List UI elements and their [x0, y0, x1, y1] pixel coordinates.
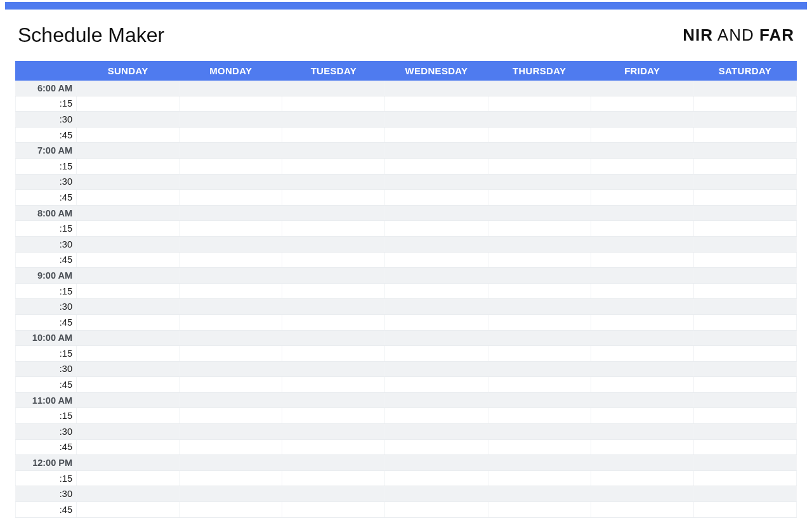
schedule-cell[interactable]	[385, 143, 488, 159]
schedule-cell[interactable]	[282, 314, 385, 330]
schedule-cell[interactable]	[282, 392, 385, 408]
schedule-cell[interactable]	[180, 361, 282, 377]
schedule-cell[interactable]	[385, 377, 488, 393]
schedule-cell[interactable]	[591, 96, 693, 112]
schedule-cell[interactable]	[385, 190, 488, 206]
schedule-cell[interactable]	[77, 408, 180, 424]
schedule-cell[interactable]	[77, 283, 180, 299]
schedule-cell[interactable]	[282, 190, 385, 206]
schedule-cell[interactable]	[385, 439, 488, 455]
schedule-cell[interactable]	[282, 408, 385, 424]
schedule-cell[interactable]	[77, 143, 180, 159]
schedule-cell[interactable]	[693, 112, 796, 128]
schedule-cell[interactable]	[385, 127, 488, 143]
schedule-cell[interactable]	[693, 314, 796, 330]
schedule-cell[interactable]	[180, 127, 282, 143]
schedule-cell[interactable]	[180, 486, 282, 502]
schedule-cell[interactable]	[488, 408, 591, 424]
schedule-cell[interactable]	[591, 361, 693, 377]
schedule-cell[interactable]	[180, 330, 282, 346]
schedule-cell[interactable]	[180, 346, 282, 362]
schedule-cell[interactable]	[488, 392, 591, 408]
schedule-cell[interactable]	[591, 221, 693, 237]
schedule-cell[interactable]	[282, 127, 385, 143]
schedule-cell[interactable]	[488, 252, 591, 268]
schedule-cell[interactable]	[77, 112, 180, 128]
schedule-cell[interactable]	[591, 205, 693, 221]
schedule-cell[interactable]	[488, 330, 591, 346]
schedule-cell[interactable]	[385, 112, 488, 128]
schedule-cell[interactable]	[385, 346, 488, 362]
schedule-cell[interactable]	[693, 455, 796, 471]
schedule-cell[interactable]	[385, 455, 488, 471]
schedule-cell[interactable]	[693, 361, 796, 377]
schedule-cell[interactable]	[488, 174, 591, 190]
schedule-cell[interactable]	[282, 283, 385, 299]
schedule-cell[interactable]	[180, 392, 282, 408]
schedule-cell[interactable]	[282, 112, 385, 128]
schedule-cell[interactable]	[488, 268, 591, 284]
schedule-cell[interactable]	[282, 268, 385, 284]
schedule-cell[interactable]	[693, 81, 796, 96]
schedule-cell[interactable]	[488, 299, 591, 315]
schedule-cell[interactable]	[591, 346, 693, 362]
schedule-cell[interactable]	[282, 252, 385, 268]
schedule-cell[interactable]	[488, 314, 591, 330]
schedule-cell[interactable]	[282, 221, 385, 237]
schedule-cell[interactable]	[180, 252, 282, 268]
schedule-cell[interactable]	[180, 470, 282, 486]
schedule-cell[interactable]	[591, 439, 693, 455]
schedule-cell[interactable]	[77, 439, 180, 455]
schedule-cell[interactable]	[385, 502, 488, 518]
schedule-cell[interactable]	[77, 346, 180, 362]
schedule-cell[interactable]	[180, 283, 282, 299]
schedule-cell[interactable]	[385, 299, 488, 315]
schedule-cell[interactable]	[282, 470, 385, 486]
schedule-cell[interactable]	[488, 470, 591, 486]
schedule-cell[interactable]	[488, 190, 591, 206]
schedule-cell[interactable]	[488, 283, 591, 299]
schedule-cell[interactable]	[591, 377, 693, 393]
schedule-cell[interactable]	[591, 330, 693, 346]
schedule-cell[interactable]	[488, 377, 591, 393]
schedule-cell[interactable]	[591, 112, 693, 128]
schedule-cell[interactable]	[77, 268, 180, 284]
schedule-cell[interactable]	[385, 252, 488, 268]
schedule-cell[interactable]	[591, 299, 693, 315]
schedule-cell[interactable]	[385, 236, 488, 252]
schedule-cell[interactable]	[77, 190, 180, 206]
schedule-cell[interactable]	[282, 143, 385, 159]
schedule-cell[interactable]	[591, 455, 693, 471]
schedule-cell[interactable]	[591, 283, 693, 299]
schedule-cell[interactable]	[385, 408, 488, 424]
schedule-cell[interactable]	[591, 314, 693, 330]
schedule-cell[interactable]	[693, 330, 796, 346]
schedule-cell[interactable]	[180, 314, 282, 330]
schedule-cell[interactable]	[282, 455, 385, 471]
schedule-cell[interactable]	[180, 221, 282, 237]
schedule-cell[interactable]	[591, 127, 693, 143]
schedule-cell[interactable]	[282, 174, 385, 190]
schedule-cell[interactable]	[488, 221, 591, 237]
schedule-cell[interactable]	[77, 470, 180, 486]
schedule-cell[interactable]	[693, 252, 796, 268]
schedule-cell[interactable]	[693, 470, 796, 486]
schedule-cell[interactable]	[180, 502, 282, 518]
schedule-cell[interactable]	[693, 221, 796, 237]
schedule-cell[interactable]	[282, 236, 385, 252]
schedule-cell[interactable]	[693, 346, 796, 362]
schedule-cell[interactable]	[77, 455, 180, 471]
schedule-cell[interactable]	[282, 299, 385, 315]
schedule-cell[interactable]	[385, 81, 488, 96]
schedule-cell[interactable]	[180, 158, 282, 174]
schedule-cell[interactable]	[693, 190, 796, 206]
schedule-cell[interactable]	[180, 96, 282, 112]
schedule-cell[interactable]	[488, 112, 591, 128]
schedule-cell[interactable]	[77, 392, 180, 408]
schedule-cell[interactable]	[180, 112, 282, 128]
schedule-cell[interactable]	[488, 361, 591, 377]
schedule-cell[interactable]	[180, 190, 282, 206]
schedule-cell[interactable]	[77, 424, 180, 440]
schedule-cell[interactable]	[488, 96, 591, 112]
schedule-cell[interactable]	[180, 236, 282, 252]
